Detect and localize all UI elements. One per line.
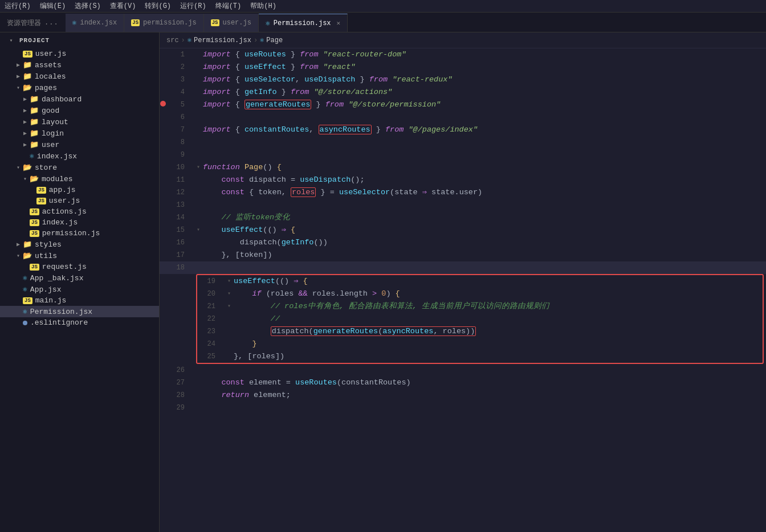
line-number: 1 [166,48,194,61]
code-line-1: 1 import { useRoutes } from "react-route… [160,48,766,61]
folder-icon: 📁 [30,129,39,138]
line-number: 29 [166,402,194,414]
line-number: 11 [166,174,194,186]
chevron-down-icon: ▾ [21,175,30,182]
sidebar-item-pages[interactable]: ▾ 📂 pages [0,82,159,93]
line-content: const { token, roles } = useSelector(sta… [203,186,766,199]
sidebar-item-modules-user-js[interactable]: JS user.js [0,195,159,206]
sidebar-item-app-bak-jsx[interactable]: ⚛ App _bak.jsx [0,272,159,284]
tab-bar: 资源管理器 ... ⚛ index.jsx JS permission.js J… [0,13,766,32]
line-number: 13 [166,199,194,211]
js-icon: JS [30,230,39,237]
menu-help[interactable]: 帮助(H) [250,1,276,11]
folder-icon: 📁 [30,140,39,149]
menu-edit[interactable]: 编辑(E) [40,1,66,11]
menu-run2[interactable]: 运行(R) [180,1,206,11]
chevron-down-icon: ▾ [7,37,16,44]
breadcrumb-file: Permission.jsx [194,36,251,44]
sidebar-item-request-js[interactable]: JS request.js [0,261,159,272]
tab-explorer[interactable]: 资源管理器 ... [0,14,66,32]
sidebar-item-dashboard[interactable]: ▶ 📁 dashboard [0,93,159,105]
line-content: return element; [203,389,766,402]
sidebar-item-label: store [35,163,57,172]
code-line-19: 19 ▾ useEffect(() ⇒ { [197,275,763,288]
chevron-right-icon: ▶ [14,73,23,80]
folder-open-icon: 📂 [23,163,32,172]
line-content: // roles中有角色, 配合路由表和算法, 生成当前用户可以访问的路由规则们 [234,300,763,313]
breakpoint-icon [160,101,166,107]
sidebar-item-login[interactable]: ▶ 📁 login [0,128,159,139]
sidebar-item-layout[interactable]: ▶ 📁 layout [0,116,159,128]
menu-select[interactable]: 选择(S) [75,1,101,11]
tab-label: user.js [223,19,251,27]
sidebar-item-assets[interactable]: ▶ 📁 assets [0,59,159,71]
line-content: }, [token]) [203,249,766,261]
line-number: 26 [166,364,194,377]
sidebar-item-utils[interactable]: ▾ 📂 utils [0,250,159,261]
react-icon: ⚛ [30,152,34,161]
tab-close-button[interactable]: ✕ [337,19,341,27]
sidebar-item-store-index-js[interactable]: JS index.js [0,217,159,228]
main-layout: ▾ PROJECT JS user.js ▶ 📁 assets ▶ 📁 loca… [0,32,766,532]
sidebar-item-actions-js[interactable]: JS actions.js [0,206,159,217]
breadcrumb: src › ⚛ Permission.jsx › ⚛ Page [160,32,766,48]
line-number: 14 [166,211,194,224]
tab-permission-jsx[interactable]: ⚛ Permission.jsx ✕ [259,14,348,32]
sidebar-item-app-jsx[interactable]: ⚛ App.jsx [0,284,159,295]
menu-terminal[interactable]: 终端(T) [215,1,242,11]
line-number: 6 [166,111,194,124]
sidebar-item-good[interactable]: ▶ 📁 good [0,105,159,116]
line-content: function Page() { [203,161,766,174]
code-line-15: 15 ▾ useEffect(() ⇒ { [160,224,766,236]
menu-view[interactable]: 查看(V) [110,1,136,11]
menu-goto[interactable]: 转到(G) [145,1,171,11]
sidebar-item-eslintignore[interactable]: .eslintignore [0,317,159,328]
line-number: 25 [204,350,225,363]
sidebar-item-label: user [42,141,59,149]
sidebar-item-label: actions.js [42,207,87,216]
line-content: const dispatch = useDispatch(); [203,174,766,186]
line-content: import { constantRoutes, asyncRoutes } f… [203,124,766,136]
sidebar-item-permission-js[interactable]: JS permission.js [0,228,159,239]
code-line-3: 3 import { useSelector, useDispatch } fr… [160,73,766,86]
sidebar-item-permission-jsx[interactable]: ⚛ Permission.jsx [0,306,159,317]
explorer-dots[interactable]: ... [44,19,59,27]
folder-icon: 📁 [23,240,32,249]
code-editor[interactable]: 1 import { useRoutes } from "react-route… [160,48,766,532]
sidebar-item-app-js[interactable]: JS app.js [0,185,159,195]
react-icon: ⚛ [72,18,77,27]
code-line-13: 13 [160,199,766,211]
code-line-23: 23 dispatch(generateRoutes(asyncRoutes, … [197,325,763,338]
sidebar-item-user-js[interactable]: JS user.js [0,48,159,59]
line-content: dispatch(getInfo()) [203,236,766,249]
code-line-11: 11 const dispatch = useDispatch(); [160,174,766,186]
chevron-right-icon: ▶ [21,141,30,148]
tab-index-jsx[interactable]: ⚛ index.jsx [66,14,125,32]
menu-run[interactable]: 运行(R) [5,1,31,11]
sidebar-item-main-js[interactable]: JS main.js [0,295,159,306]
js-icon: JS [30,208,39,215]
sidebar-item-label: request.js [42,263,87,271]
tab-label: index.jsx [80,19,117,27]
tab-permission-js[interactable]: JS permission.js [124,14,203,32]
sidebar-item-styles[interactable]: ▶ 📁 styles [0,239,159,250]
js-icon: JS [131,19,140,26]
line-arrow: ▾ [194,161,203,174]
sidebar-item-label: modules [42,175,73,183]
sidebar-item-label: locales [35,72,66,81]
tab-user-js[interactable]: JS user.js [204,14,259,32]
line-number: 3 [166,73,194,86]
line-number: 22 [204,313,225,325]
sidebar-item-label: good [42,107,59,115]
chevron-down-icon: ▾ [14,252,23,259]
sidebar-item-store[interactable]: ▾ 📂 store [0,162,159,173]
menu-bar: 运行(R) 编辑(E) 选择(S) 查看(V) 转到(G) 运行(R) 终端(T… [0,0,766,13]
sidebar-item-modules[interactable]: ▾ 📂 modules [0,173,159,185]
sidebar-item-user-folder[interactable]: ▶ 📁 user [0,139,159,150]
code-line-4: 4 import { getInfo } from "@/store/actio… [160,86,766,99]
sidebar-item-locales[interactable]: ▶ 📁 locales [0,71,159,82]
line-number: 16 [166,236,194,249]
line-number: 7 [166,124,194,136]
sidebar-item-pages-index-jsx[interactable]: ⚛ index.jsx [0,150,159,162]
code-line-10: 10 ▾ function Page() { [160,161,766,174]
